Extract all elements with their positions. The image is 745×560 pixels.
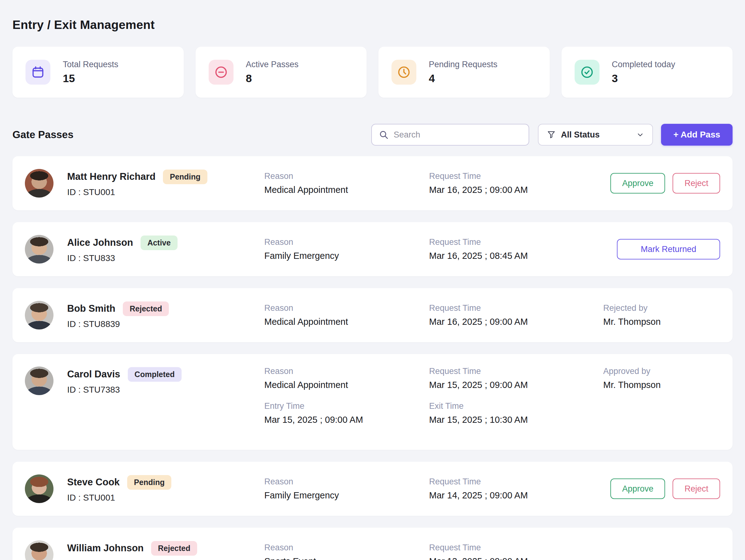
stat-card-completed-today: Completed today 3 (561, 46, 733, 98)
reason-field: Reason Medical Appointment (264, 303, 429, 327)
reason-field: Reason Family Emergency (264, 477, 429, 501)
minus-circle-icon (208, 60, 233, 85)
status-filter-dropdown[interactable]: All Status (538, 124, 653, 146)
avatar (25, 169, 54, 197)
reason-field: Reason Medical Appointment (264, 367, 429, 390)
request-time-field: Request Time Mar 16, 2025 ; 09:00 AM (429, 303, 603, 327)
gate-pass-row: Steve Cook Pending ID : STU001 Reason Fa… (12, 462, 733, 516)
status-badge: Active (140, 236, 177, 250)
chevron-down-icon (636, 131, 644, 139)
avatar (25, 540, 54, 560)
gate-pass-row: Alice Johnson Active ID : STU833 Reason … (12, 222, 733, 276)
approve-button[interactable]: Approve (610, 478, 666, 499)
request-time-field: Request Time Mar 14, 2025 ; 09:00 AM (429, 477, 603, 501)
pass-identity: Carol Davis Completed ID : STU7383 (25, 367, 264, 395)
add-pass-button[interactable]: + Add Pass (661, 124, 733, 146)
request-time-field: Request Time Mar 16, 2025 ; 09:00 AM (429, 172, 603, 195)
pass-name: Carol Davis (67, 369, 120, 380)
reject-button[interactable]: Reject (673, 173, 720, 193)
gate-pass-row: Bob Smith Rejected ID : STU8839 Reason M… (12, 288, 733, 342)
pass-name: Alice Johnson (67, 237, 133, 248)
page-title: Entry / Exit Management (12, 18, 733, 32)
stats-row: Total Requests 15 Active Passes 8 (12, 46, 733, 98)
pass-name: William Johnson (67, 542, 144, 554)
stat-card-total-requests: Total Requests 15 (12, 46, 184, 98)
entry-exit-management-page: Entry / Exit Management Total Requests 1… (0, 18, 745, 560)
approve-button[interactable]: Approve (610, 173, 666, 193)
status-badge: Pending (127, 475, 172, 490)
stat-label: Pending Requests (429, 60, 497, 69)
avatar (25, 474, 54, 503)
reason-field: Reason Medical Appointment (264, 172, 429, 195)
stat-card-active-passes: Active Passes 8 (196, 46, 367, 98)
gate-passes-header: Gate Passes All Status + Add Pass (12, 124, 733, 146)
pass-identity: Bob Smith Rejected ID : STU8839 (25, 301, 264, 330)
pass-id: ID : STU8839 (67, 319, 169, 329)
reason-entry-column: Reason Medical Appointment Entry Time Ma… (264, 367, 429, 425)
stat-label: Total Requests (63, 60, 119, 69)
request-time-field: Request Time Mar 15, 2025 ; 09:00 AM (429, 367, 603, 390)
entry-time-field: Entry Time Mar 15, 2025 ; 09:00 AM (264, 401, 429, 425)
request-time-field: Request Time Mar 16, 2025 ; 08:45 AM (429, 238, 603, 261)
status-filter-label: All Status (561, 130, 600, 140)
mark-returned-button[interactable]: Mark Returned (617, 239, 720, 259)
pass-name: Bob Smith (67, 303, 116, 314)
search-box[interactable] (371, 124, 529, 146)
pass-identity: Alice Johnson Active ID : STU833 (25, 235, 264, 263)
gate-pass-row: Carol Davis Completed ID : STU7383 Reaso… (12, 354, 733, 450)
avatar (25, 235, 54, 263)
request-exit-column: Request Time Mar 15, 2025 ; 09:00 AM Exi… (429, 367, 603, 425)
gate-pass-list: Matt Henry Richard Pending ID : STU001 R… (12, 156, 733, 560)
stat-value: 8 (246, 72, 299, 85)
filter-funnel-icon (547, 130, 556, 139)
pass-id: ID : STU001 (67, 187, 207, 197)
approved-by-field: Approved by Mr. Thompson (603, 367, 720, 390)
pass-name: Steve Cook (67, 477, 120, 488)
pass-identity: Steve Cook Pending ID : STU001 (25, 474, 264, 503)
pass-identity: William Johnson Rejected ID : STU536 (25, 540, 264, 560)
gate-passes-title: Gate Passes (12, 129, 73, 141)
pass-actions: Approve Reject (603, 478, 720, 499)
request-time-field: Request Time Mar 13, 2025 ; 09:00 AM (429, 543, 603, 560)
stat-value: 15 (63, 72, 119, 85)
stat-value: 4 (429, 72, 497, 85)
reason-field: Reason Family Emergency (264, 238, 429, 261)
search-icon (379, 130, 389, 140)
status-badge: Completed (128, 367, 182, 382)
pass-id: ID : STU001 (67, 493, 171, 503)
stat-label: Active Passes (246, 60, 299, 69)
rejected-by-field: Rejected by Mr. Thompson (603, 303, 720, 327)
status-badge: Rejected (151, 541, 197, 556)
check-circle-icon (575, 60, 600, 85)
reason-field: Reason Sports Event (264, 543, 429, 560)
pass-identity: Matt Henry Richard Pending ID : STU001 (25, 169, 264, 197)
pass-actions: Mark Returned (603, 239, 720, 259)
stat-value: 3 (612, 72, 675, 85)
gate-pass-row: William Johnson Rejected ID : STU536 Rea… (12, 528, 733, 560)
reject-button[interactable]: Reject (673, 478, 720, 499)
pass-id: ID : STU833 (67, 253, 177, 263)
pass-actions: Approve Reject (603, 173, 720, 193)
stat-label: Completed today (612, 60, 675, 69)
exit-time-field: Exit Time Mar 15, 2025 ; 10:30 AM (429, 401, 603, 425)
calendar-icon (26, 60, 51, 85)
search-input[interactable] (394, 130, 522, 140)
pass-id: ID : STU536 (67, 559, 197, 560)
gate-pass-row: Matt Henry Richard Pending ID : STU001 R… (12, 156, 733, 210)
clock-icon (391, 60, 416, 85)
avatar (25, 367, 54, 395)
stat-card-pending-requests: Pending Requests 4 (379, 46, 550, 98)
status-badge: Pending (163, 169, 207, 184)
pass-id: ID : STU7383 (67, 385, 182, 395)
status-badge: Rejected (123, 302, 169, 316)
pass-name: Matt Henry Richard (67, 171, 156, 182)
avatar (25, 301, 54, 330)
